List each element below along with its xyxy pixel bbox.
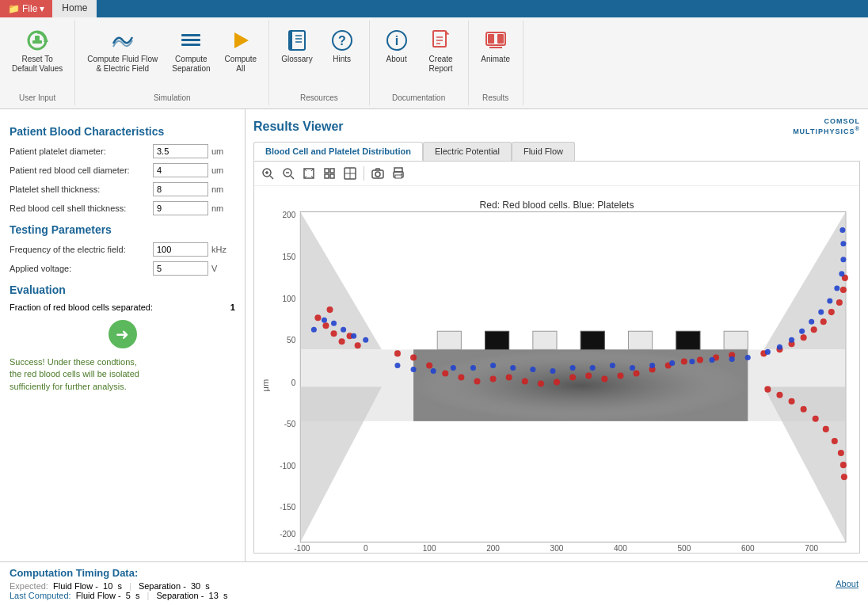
svg-point-87 [322, 322, 329, 329]
svg-text:100: 100 [423, 544, 436, 553]
compute-sep-button[interactable]: ComputeSeparation [166, 24, 215, 78]
home-tab[interactable]: Home [52, 0, 97, 17]
svg-rect-2 [35, 36, 40, 40]
chart-svg: Red: Red blood cells. Blue: Platelets μm… [254, 186, 859, 553]
voltage-input[interactable] [153, 261, 208, 276]
hints-button[interactable]: ? Hints [322, 24, 363, 68]
fit-page-icon[interactable] [321, 165, 338, 182]
svg-point-136 [322, 318, 327, 323]
svg-rect-78 [437, 331, 461, 349]
reset-button[interactable]: Reset ToDefault Values [6, 24, 68, 78]
results-title: Results Viewer [253, 120, 344, 134]
svg-rect-81 [581, 331, 604, 349]
reset-view-icon[interactable] [341, 165, 359, 182]
success-message: Success! Under these condtions,the red b… [10, 356, 235, 393]
about-button[interactable]: i About [376, 24, 417, 68]
svg-point-149 [550, 368, 555, 374]
rbc-shell-row: Red blood cell shell thickness: nm [10, 201, 235, 215]
next-button[interactable]: ➜ [108, 320, 137, 348]
zoom-in-icon[interactable] [259, 165, 276, 182]
svg-point-126 [776, 392, 782, 398]
camera-icon[interactable] [369, 165, 386, 182]
animate-button[interactable]: Animate [475, 24, 516, 68]
svg-point-98 [474, 379, 480, 385]
svg-point-92 [355, 342, 361, 348]
compute-flow-label: Compute Fluid Flow& Electric Field [87, 55, 158, 74]
platelet-shell-input[interactable] [153, 182, 208, 196]
rbc-diameter-input[interactable] [153, 163, 208, 177]
platelet-diameter-row: Patient platelet diameter: um [10, 144, 235, 158]
svg-point-94 [410, 354, 417, 360]
svg-rect-6 [181, 44, 200, 46]
svg-point-118 [801, 334, 807, 341]
title-bar: 📁 File ▾ Home [0, 0, 868, 17]
viewer-toolbar [254, 162, 859, 186]
svg-point-168 [839, 271, 844, 276]
svg-rect-23 [497, 34, 504, 44]
platelet-shell-label: Platelet shell thickness: [10, 185, 153, 194]
svg-point-96 [442, 371, 448, 377]
frequency-label: Frequency of the electric field: [10, 245, 153, 254]
file-button[interactable]: 📁 File ▾ [0, 0, 52, 17]
svg-point-165 [818, 310, 824, 315]
zoom-extent-icon[interactable] [300, 165, 318, 182]
svg-point-159 [745, 355, 751, 360]
platelet-shell-unit: nm [211, 185, 235, 194]
compute-all-label: ComputeAll [225, 55, 257, 74]
create-report-icon [428, 28, 454, 53]
svg-point-171 [839, 227, 845, 233]
expected-sep-unit: s [203, 581, 210, 591]
platelet-diameter-unit: um [211, 146, 235, 156]
svg-point-90 [326, 306, 333, 313]
svg-text:300: 300 [550, 544, 564, 553]
svg-rect-4 [181, 34, 200, 36]
svg-point-93 [394, 350, 401, 356]
create-report-button[interactable]: CreateReport [421, 24, 462, 78]
tab-fluid[interactable]: Fluid Flow [512, 142, 575, 161]
svg-rect-22 [488, 34, 494, 44]
simulation-items: Compute Fluid Flow& Electric Field Compu… [82, 24, 262, 92]
svg-rect-79 [485, 331, 509, 349]
about-icon: i [384, 28, 409, 53]
eval-fraction-row: Fraction of red blood cells separated: 1 [10, 302, 235, 312]
svg-point-140 [363, 337, 368, 343]
compute-flow-button[interactable]: Compute Fluid Flow& Electric Field [82, 24, 163, 78]
voltage-row: Applied voltage: V [10, 261, 235, 276]
glossary-button[interactable]: Glossary [276, 24, 318, 68]
svg-text:-200: -200 [280, 530, 296, 538]
rbc-shell-input[interactable] [153, 201, 208, 215]
svg-point-104 [569, 375, 576, 381]
svg-rect-83 [676, 331, 700, 349]
compute-all-button[interactable]: ComputeAll [219, 24, 263, 78]
frequency-input[interactable] [153, 242, 208, 257]
hints-icon: ? [329, 28, 355, 53]
print-icon[interactable] [390, 165, 407, 182]
voltage-unit: V [211, 264, 235, 273]
about-footer-link[interactable]: About [836, 579, 858, 588]
svg-point-143 [431, 368, 436, 374]
computation-timing-section: Computation Timing Data: Expected: Fluid… [0, 561, 868, 605]
platelet-diameter-input[interactable] [153, 144, 208, 158]
svg-point-49 [401, 173, 402, 175]
zoom-out-icon[interactable] [280, 165, 297, 182]
svg-point-169 [840, 257, 846, 262]
svg-point-152 [610, 363, 615, 368]
svg-point-123 [840, 287, 847, 293]
svg-point-95 [426, 362, 432, 368]
svg-text:-100: -100 [280, 462, 296, 470]
svg-text:150: 150 [283, 253, 296, 261]
svg-text:500: 500 [677, 544, 691, 553]
svg-point-134 [841, 474, 847, 480]
svg-line-30 [291, 176, 294, 179]
testing-section-title: Testing Parameters [10, 223, 235, 236]
svg-point-142 [411, 367, 417, 372]
compute-sep-icon [178, 28, 204, 53]
svg-rect-17 [433, 31, 446, 47]
results-header: Results Viewer COMSOLMULTIPHYSICS® [253, 117, 860, 135]
rbc-diameter-unit: um [211, 166, 235, 175]
last-sep-val: 13 [209, 591, 219, 600]
last-fluid-unit: s [133, 591, 140, 600]
tab-electric[interactable]: Electric Potential [423, 142, 512, 161]
tab-blood-cell[interactable]: Blood Cell and Platelet Distribution [253, 142, 423, 161]
svg-point-144 [451, 365, 456, 371]
